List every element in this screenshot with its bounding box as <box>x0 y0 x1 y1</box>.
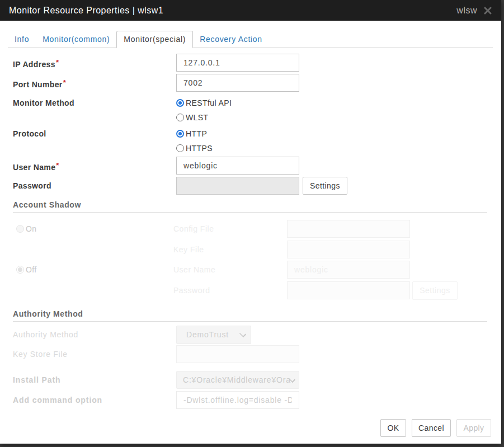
shadow-password-input <box>287 281 410 299</box>
row-password: Password Settings <box>13 177 487 195</box>
label-text: IP Address <box>13 60 55 69</box>
install-path-label: Install Path <box>13 375 60 384</box>
radio-option-label: Off <box>26 265 37 274</box>
tab-monitor-common[interactable]: Monitor(common) <box>36 31 116 48</box>
field-cell <box>176 54 299 72</box>
dialog-footer: OK Cancel Apply <box>380 419 491 437</box>
field-cell <box>176 74 299 92</box>
monitor-method-option-restful[interactable]: RESTful API <box>176 96 232 110</box>
shadow-user-name-label: User Name <box>173 265 215 274</box>
install-path-select: C:¥Oracle¥Middleware¥Ora <box>176 371 299 389</box>
radio-option-label: On <box>26 224 36 233</box>
password-label: Password <box>13 181 51 190</box>
field-cell: RESTful API WLST <box>176 96 232 125</box>
select-value: DemoTrust <box>186 330 229 339</box>
field-cell: HTTP HTTPS <box>176 126 213 156</box>
radio-checked-icon[interactable] <box>176 99 184 107</box>
radio-option-label: HTTP <box>186 129 207 138</box>
shadow-password-settings-button: Settings <box>412 281 458 300</box>
account-shadow-option-off: Off <box>16 262 37 277</box>
add-command-option-label: Add command option <box>13 396 102 404</box>
label-text: Port Number <box>13 80 63 89</box>
combo-value: C:¥Oracle¥Middleware¥Ora <box>183 375 291 384</box>
radio-disabled-checked-icon <box>16 266 24 274</box>
authority-method-heading: Authority Method <box>13 309 487 322</box>
row-protocol: Protocol HTTP HTTPS <box>13 126 487 156</box>
row-monitor-method: Monitor Method RESTful API WLST <box>13 96 487 125</box>
shadow-password-label: Password <box>173 286 210 295</box>
user-name-input[interactable] <box>176 157 299 175</box>
ok-button[interactable]: OK <box>380 419 406 437</box>
authority-method-label: Authority Method <box>13 330 78 339</box>
monitor-resource-properties-dialog: Monitor Resource Properties | wlsw1 wlsw… <box>0 0 501 444</box>
tab-info[interactable]: Info <box>8 31 36 48</box>
account-shadow-section: On Off Config File Key File User Name Pa… <box>13 220 487 300</box>
key-file-input <box>287 241 410 258</box>
label-text: User Name <box>13 163 55 172</box>
authority-method-select: DemoTrust <box>176 326 251 344</box>
required-asterisk: * <box>56 161 59 170</box>
radio-option-label: HTTPS <box>186 144 213 153</box>
field-cell <box>176 157 299 175</box>
required-asterisk: * <box>56 58 59 67</box>
protocol-option-http[interactable]: HTTP <box>176 126 213 141</box>
tab-monitor-special[interactable]: Monitor(special) <box>116 31 193 48</box>
add-command-option-input <box>176 391 299 409</box>
row-ip-address: IP Address* <box>13 54 487 72</box>
radio-disabled-unchecked-icon <box>16 225 24 233</box>
radio-option-label: RESTful API <box>186 98 232 107</box>
account-shadow-option-on: On <box>16 222 36 236</box>
key-store-file-label: Key Store File <box>13 350 68 359</box>
config-file-label: Config File <box>173 224 214 233</box>
row-user-name: User Name* <box>13 157 487 175</box>
config-file-input <box>287 220 410 238</box>
required-asterisk: * <box>63 78 66 87</box>
dialog-title: Monitor Resource Properties | wlsw1 <box>9 6 163 16</box>
monitor-method-label: Monitor Method <box>13 98 74 107</box>
key-file-label: Key File <box>173 245 204 254</box>
ip-address-label: IP Address* <box>13 58 59 69</box>
radio-checked-icon[interactable] <box>176 130 184 138</box>
user-name-label: User Name* <box>13 161 59 172</box>
row-port-number: Port Number* <box>13 74 487 92</box>
port-number-label: Port Number* <box>13 78 66 89</box>
ip-address-input[interactable] <box>176 54 299 72</box>
protocol-option-https[interactable]: HTTPS <box>176 141 213 156</box>
tab-bar: Info Monitor(common) Monitor(special) Re… <box>8 31 493 48</box>
port-number-input[interactable] <box>176 74 299 92</box>
cancel-button[interactable]: Cancel <box>412 419 451 437</box>
monitor-method-option-wlst[interactable]: WLST <box>176 110 232 125</box>
close-icon[interactable] <box>484 7 492 15</box>
radio-option-label: WLST <box>186 113 209 122</box>
radio-unchecked-icon[interactable] <box>176 114 184 121</box>
account-shadow-heading: Account Shadow <box>13 200 487 213</box>
radio-unchecked-icon[interactable] <box>176 144 184 152</box>
authority-method-section: Authority Method DemoTrust Key Store Fil… <box>13 326 487 410</box>
tab-recovery-action[interactable]: Recovery Action <box>193 31 269 48</box>
field-cell <box>176 177 299 195</box>
password-settings-button[interactable]: Settings <box>303 177 347 195</box>
chevron-down-icon <box>239 331 246 337</box>
key-store-file-input <box>176 345 299 363</box>
dialog-titlebar: Monitor Resource Properties | wlsw1 wlsw <box>0 0 501 21</box>
apply-button: Apply <box>456 419 491 437</box>
protocol-label: Protocol <box>13 129 46 138</box>
shadow-user-name-input <box>287 261 410 279</box>
password-input <box>176 177 299 195</box>
window-badge: wlsw <box>456 6 477 16</box>
